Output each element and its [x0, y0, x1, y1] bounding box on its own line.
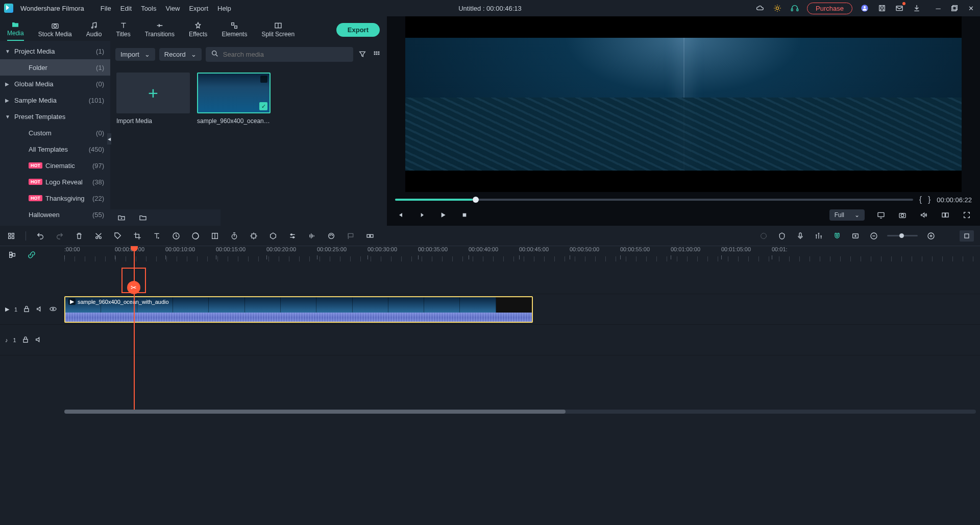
close-icon[interactable]: ✕: [966, 3, 976, 13]
sidebar-item[interactable]: Halloween(55): [0, 206, 110, 223]
media-clip[interactable]: ✓: [197, 73, 271, 113]
video-track-head[interactable]: ▶1: [0, 294, 64, 325]
mixer-icon[interactable]: [814, 231, 824, 241]
mark-out-icon[interactable]: }: [928, 195, 930, 204]
delete-icon[interactable]: [74, 231, 84, 241]
mute-icon[interactable]: [36, 305, 44, 314]
preview-progress[interactable]: [395, 199, 913, 201]
redo-icon[interactable]: [55, 231, 65, 241]
maximize-icon[interactable]: [949, 3, 960, 13]
sidebar-item[interactable]: HOTLogo Reveal(38): [0, 174, 110, 190]
filter-icon[interactable]: [357, 49, 368, 59]
motion-icon[interactable]: [326, 231, 336, 241]
tab-split-screen[interactable]: Split Screen: [261, 22, 295, 41]
sidebar-item[interactable]: HOTThanksgiving(22): [0, 190, 110, 206]
green-screen-icon[interactable]: [210, 231, 220, 241]
export-button[interactable]: Export: [336, 23, 380, 37]
menu-tools[interactable]: Tools: [141, 5, 156, 12]
step-back-icon[interactable]: [416, 210, 427, 220]
sidebar-item[interactable]: Custom(0): [0, 125, 110, 141]
snapshot-icon[interactable]: [897, 210, 908, 220]
render-icon[interactable]: [758, 231, 769, 241]
volume-icon[interactable]: [919, 210, 929, 220]
record-dropdown[interactable]: Record⌄: [159, 48, 202, 61]
sidebar-item[interactable]: Folder(1): [0, 59, 110, 76]
adjust-icon[interactable]: [287, 231, 298, 241]
audio-track-head[interactable]: ♪1: [0, 325, 64, 355]
new-folder-icon[interactable]: [116, 212, 127, 223]
preview-viewport[interactable]: [405, 16, 962, 192]
menu-edit[interactable]: Edit: [120, 5, 132, 12]
tab-stock-media[interactable]: Stock Media: [38, 22, 72, 41]
fullscreen-icon[interactable]: [962, 210, 972, 220]
timeline-scrollbar[interactable]: [64, 410, 976, 414]
cut-icon[interactable]: [93, 231, 104, 241]
mark-in-icon[interactable]: {: [919, 195, 922, 204]
sidebar-item[interactable]: ▼Preset Templates: [0, 108, 110, 125]
eye-icon[interactable]: [49, 305, 57, 314]
add-marker-icon[interactable]: [850, 231, 861, 241]
zoom-slider[interactable]: [887, 235, 918, 236]
undo-icon[interactable]: [35, 231, 45, 241]
play-icon[interactable]: [438, 210, 448, 220]
menu-file[interactable]: File: [101, 5, 111, 12]
lock-icon[interactable]: [22, 305, 31, 314]
tab-titles[interactable]: Titles: [116, 22, 130, 41]
audio-sync-icon[interactable]: [307, 231, 317, 241]
stop-icon[interactable]: [459, 210, 470, 220]
duration-icon[interactable]: [229, 231, 239, 241]
mail-icon[interactable]: [894, 3, 904, 13]
tab-audio[interactable]: Audio: [86, 22, 102, 41]
mute-icon[interactable]: [35, 336, 43, 345]
folder-outline-icon[interactable]: [138, 212, 148, 223]
sun-icon[interactable]: [772, 3, 782, 13]
sidebar-item[interactable]: All Templates(450): [0, 141, 110, 157]
save-icon[interactable]: [877, 3, 887, 13]
collapse-handle[interactable]: ◀: [107, 133, 111, 145]
link-icon[interactable]: [27, 250, 37, 260]
purchase-button[interactable]: Purchase: [807, 3, 852, 14]
import-dropdown[interactable]: Import⌄: [115, 48, 155, 61]
cut-marker[interactable]: ✂: [121, 268, 146, 293]
mask-icon[interactable]: [268, 231, 278, 241]
menu-export[interactable]: Export: [189, 5, 208, 12]
prev-frame-icon[interactable]: [395, 210, 405, 220]
magnet-icon[interactable]: [832, 231, 842, 241]
voiceover-icon[interactable]: [795, 231, 805, 241]
grid-view-icon[interactable]: [372, 49, 382, 59]
color-icon[interactable]: [190, 231, 201, 241]
zoom-out-icon[interactable]: [869, 231, 879, 241]
layout-icon[interactable]: [6, 231, 16, 241]
minimize-icon[interactable]: ─: [933, 3, 943, 13]
menu-help[interactable]: Help: [217, 5, 231, 12]
lock-icon[interactable]: [21, 336, 30, 345]
text-tool-icon[interactable]: [152, 231, 162, 241]
sidebar-item[interactable]: ▼Project Media(1): [0, 43, 110, 59]
time-ruler[interactable]: :00:0000:00:05:0000:00:10:0000:00:15:000…: [64, 246, 980, 264]
search-input[interactable]: [206, 47, 353, 62]
sidebar-item[interactable]: HOTCinematic(97): [0, 157, 110, 174]
avatar-icon[interactable]: [860, 3, 870, 13]
tab-transitions[interactable]: Transitions: [145, 22, 175, 41]
download-icon[interactable]: [912, 3, 922, 13]
tracks-icon[interactable]: [7, 250, 17, 260]
speed-icon[interactable]: [171, 231, 181, 241]
tab-effects[interactable]: Effects: [189, 22, 207, 41]
keyframe-icon[interactable]: [249, 231, 259, 241]
flag-icon[interactable]: [346, 231, 356, 241]
cloud-icon[interactable]: [755, 3, 765, 13]
tab-media[interactable]: Media: [7, 21, 24, 41]
import-media-tile[interactable]: +: [116, 73, 190, 113]
crop-icon[interactable]: [132, 231, 142, 241]
sidebar-item[interactable]: ▶Global Media(0): [0, 76, 110, 92]
menu-view[interactable]: View: [165, 5, 180, 12]
tag-icon[interactable]: [113, 231, 123, 241]
headset-icon[interactable]: [790, 3, 800, 13]
display-icon[interactable]: [876, 210, 886, 220]
group-icon[interactable]: [365, 231, 375, 241]
tab-elements[interactable]: Elements: [222, 22, 247, 41]
fit-icon[interactable]: [960, 230, 974, 242]
zoom-in-icon[interactable]: [926, 231, 936, 241]
quality-select[interactable]: Full⌄: [829, 209, 865, 221]
sidebar-item[interactable]: ▶Sample Media(101): [0, 92, 110, 108]
